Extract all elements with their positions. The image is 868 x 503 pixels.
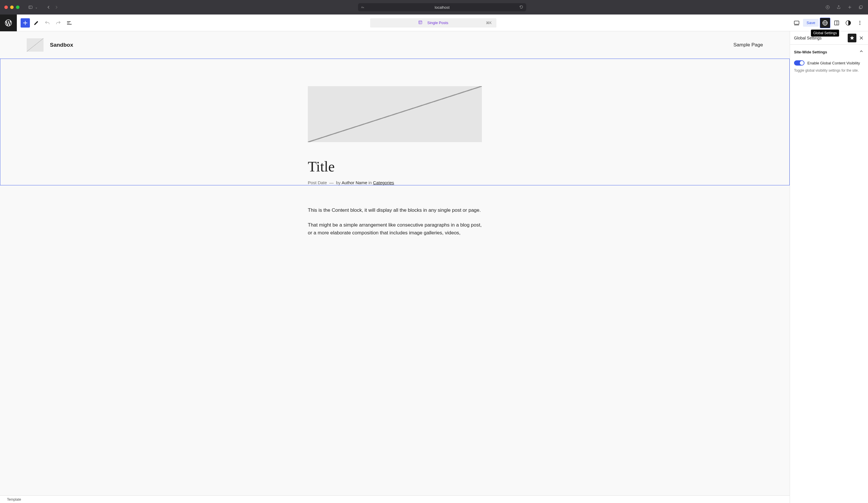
minimize-window-button[interactable] <box>10 6 14 9</box>
template-label: Single Posts <box>427 21 448 25</box>
url-bar[interactable]: AA localhost <box>62 3 823 11</box>
site-logo-placeholder[interactable] <box>27 38 43 52</box>
selected-block-group[interactable]: Title Post Date — by Author Name in Cate… <box>0 59 790 185</box>
view-button[interactable] <box>792 18 802 28</box>
edit-tool-button[interactable] <box>32 18 41 28</box>
text-size-icon[interactable]: AA <box>361 5 365 10</box>
svg-rect-9 <box>794 21 799 24</box>
reload-icon[interactable] <box>519 5 523 10</box>
author-name[interactable]: Author Name <box>341 180 367 185</box>
post-title[interactable]: Title <box>308 158 482 175</box>
tooltip: Global Settings <box>811 30 839 37</box>
content-paragraph[interactable]: That might be a simple arrangement like … <box>308 221 482 237</box>
nav-link[interactable]: Sample Page <box>733 42 763 48</box>
url-text: localhost <box>435 5 450 10</box>
svg-rect-5 <box>860 6 862 8</box>
share-icon[interactable] <box>836 4 841 10</box>
forward-button <box>54 4 60 10</box>
svg-rect-6 <box>419 21 422 24</box>
sidebar-section: Site-Wide Settings Enable Global Content… <box>790 45 868 76</box>
svg-rect-0 <box>29 6 32 8</box>
tabs-icon[interactable] <box>858 4 864 10</box>
more-options-button[interactable] <box>855 18 865 28</box>
add-block-button[interactable] <box>21 18 30 28</box>
site-title[interactable]: Sandbox <box>50 42 73 48</box>
post-meta: Post Date — by Author Name in Categories <box>308 180 482 185</box>
section-header[interactable]: Site-Wide Settings <box>794 49 864 55</box>
meta-in: in <box>369 180 372 185</box>
site-header: Sandbox Sample Page <box>0 31 790 59</box>
settings-panel-button[interactable] <box>831 18 842 28</box>
visibility-toggle[interactable] <box>794 60 805 65</box>
template-selector[interactable]: Single Posts ⌘K <box>370 18 496 28</box>
styles-button[interactable] <box>843 18 854 28</box>
window-controls <box>4 6 19 9</box>
star-button[interactable] <box>848 34 856 42</box>
content-paragraph[interactable]: This is the Content block, it will displ… <box>308 206 482 214</box>
close-sidebar-button[interactable] <box>859 35 864 41</box>
post-content[interactable]: This is the Content block, it will displ… <box>308 185 482 237</box>
chevron-down-icon[interactable]: ⌄ <box>35 6 38 9</box>
download-icon[interactable] <box>825 4 830 10</box>
meta-separator: — <box>329 180 334 185</box>
featured-image-placeholder[interactable] <box>308 86 482 142</box>
editor-canvas[interactable]: Sandbox Sample Page Title Post Date — by… <box>0 31 790 503</box>
maximize-window-button[interactable] <box>16 6 19 9</box>
chevron-up-icon <box>859 49 864 55</box>
global-settings-button[interactable]: Global Settings <box>820 18 830 28</box>
meta-by: by <box>336 180 341 185</box>
back-button[interactable] <box>45 4 51 10</box>
undo-button <box>43 18 52 28</box>
categories-link[interactable]: Categories <box>373 180 394 185</box>
keyboard-shortcut: ⌘K <box>486 21 492 25</box>
redo-button <box>54 18 63 28</box>
svg-rect-14 <box>835 21 839 25</box>
post-date[interactable]: Post Date <box>308 180 327 185</box>
save-button[interactable]: Save <box>803 19 819 27</box>
list-view-button[interactable] <box>65 18 74 28</box>
section-title: Site-Wide Settings <box>794 50 827 54</box>
browser-chrome: ⌄ AA localhost <box>0 0 868 14</box>
template-icon <box>418 20 423 25</box>
close-window-button[interactable] <box>4 6 8 9</box>
toggle-label: Enable Global Content Visibility <box>807 61 860 65</box>
wordpress-logo[interactable] <box>0 14 17 31</box>
new-tab-icon[interactable] <box>847 4 852 10</box>
sidebar-toggle-icon[interactable] <box>28 4 33 10</box>
svg-text:A: A <box>363 7 364 8</box>
svg-point-19 <box>860 24 860 25</box>
svg-point-17 <box>860 21 860 22</box>
svg-point-18 <box>860 22 860 23</box>
section-description: Toggle global visibility settings for th… <box>794 69 864 72</box>
settings-sidebar: Global Settings Site-Wide Settings <box>790 31 868 503</box>
svg-text:A: A <box>361 6 363 8</box>
breadcrumb[interactable]: Template <box>7 497 21 502</box>
editor-topbar: Single Posts ⌘K Save Global Settings <box>0 14 868 31</box>
breadcrumb-bar: Template <box>0 495 790 503</box>
